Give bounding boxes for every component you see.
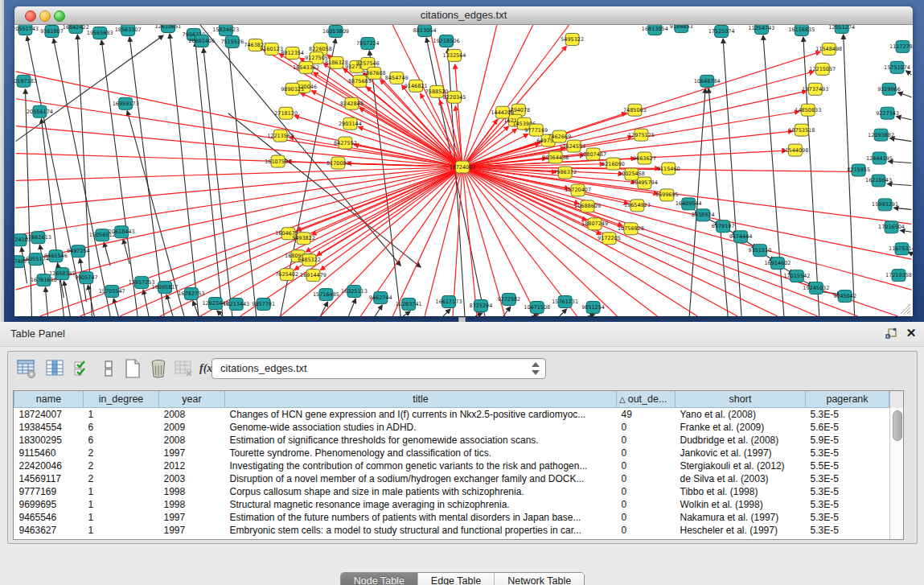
- citation-network-graph[interactable]: 1872400774638229160123891235482260589127…: [14, 25, 913, 316]
- graph-node[interactable]: 9463627: [633, 152, 656, 164]
- graph-node[interactable]: 10197183: [14, 75, 37, 87]
- network-canvas[interactable]: 1872400774638229160123891235482260589127…: [14, 25, 913, 316]
- column-header-1[interactable]: in_degree: [84, 391, 159, 408]
- column-header-0[interactable]: name: [14, 391, 84, 408]
- row-height-icon[interactable]: [98, 358, 119, 379]
- tab-network-table[interactable]: Network Table: [495, 573, 584, 585]
- column-header-2[interactable]: year: [159, 391, 225, 408]
- column-header-3[interactable]: title: [225, 391, 617, 408]
- graph-node[interactable]: 12444195: [866, 152, 893, 164]
- graph-node[interactable]: 8813054: [413, 25, 437, 36]
- graph-node[interactable]: 10471508: [524, 302, 550, 314]
- column-header-4[interactable]: △out_de...: [617, 391, 676, 408]
- close-panel-icon[interactable]: ✕: [905, 326, 918, 340]
- graph-node[interactable]: 12213563: [267, 130, 294, 142]
- graph-node[interactable]: 8725294: [470, 300, 493, 312]
- graph-node[interactable]: 9146821: [405, 80, 428, 92]
- graph-node[interactable]: 16914479: [300, 270, 326, 282]
- graph-node[interactable]: 16095817: [152, 282, 179, 294]
- graph-node[interactable]: 11675314: [889, 243, 913, 255]
- graph-node[interactable]: 16116835: [788, 25, 815, 35]
- graph-node[interactable]: 19565683: [87, 27, 113, 39]
- node-table[interactable]: namein_degreeyeartitle△out_de...shortpag…: [13, 390, 904, 540]
- table-selector-dropdown[interactable]: citations_edges.txt: [211, 358, 546, 379]
- float-window-icon[interactable]: [885, 328, 898, 340]
- table-row[interactable]: 969969511998Structural magnetic resonanc…: [14, 498, 889, 511]
- graph-node[interactable]: 19218506: [433, 35, 460, 47]
- graph-node[interactable]: 2718120: [274, 107, 298, 119]
- graph-node[interactable]: 9227343: [876, 107, 899, 119]
- graph-node[interactable]: 9699695: [655, 189, 679, 201]
- graph-node[interactable]: 12093882: [868, 129, 894, 141]
- graph-node[interactable]: 16842422: [63, 25, 89, 33]
- graph-node[interactable]: 11254743: [749, 25, 775, 34]
- graph-node[interactable]: 12215057: [809, 63, 836, 75]
- table-settings-icon[interactable]: [16, 358, 37, 379]
- graph-node[interactable]: 15716485: [313, 289, 339, 301]
- graph-node[interactable]: 9329966: [877, 83, 901, 95]
- graph-node[interactable]: 16959173: [113, 97, 139, 109]
- table-row[interactable]: 2242004622012Investigating the contribut…: [14, 459, 889, 472]
- table-row[interactable]: 1938455462009Genome-wide association stu…: [14, 421, 889, 434]
- graph-node[interactable]: 16053809: [322, 25, 349, 37]
- resize-grip-icon[interactable]: [898, 302, 911, 315]
- graph-node[interactable]: 16914602: [764, 257, 791, 270]
- graph-node[interactable]: 15751074: [884, 61, 910, 73]
- graph-node[interactable]: 16107584: [265, 155, 291, 167]
- graph-node[interactable]: 14850833: [795, 104, 821, 116]
- graph-node[interactable]: 11548498: [815, 43, 842, 55]
- graph-node[interactable]: 16617173: [436, 296, 462, 308]
- new-document-icon[interactable]: [122, 358, 143, 379]
- scrollbar-thumb[interactable]: [893, 410, 902, 441]
- graph-node[interactable]: 9361807: [40, 25, 64, 37]
- graph-node[interactable]: 8938924: [692, 209, 715, 221]
- tab-edge-table[interactable]: Edge Table: [418, 573, 495, 585]
- vertical-scrollbar[interactable]: [889, 408, 903, 539]
- tab-node-table[interactable]: Node Table: [341, 573, 418, 585]
- graph-node[interactable]: 9186853: [670, 25, 693, 32]
- graph-node[interactable]: 8427552: [334, 137, 357, 149]
- graph-node[interactable]: 5495322: [561, 33, 584, 45]
- graph-node[interactable]: 9115460: [657, 163, 680, 175]
- graph-node[interactable]: 18753518: [788, 124, 815, 136]
- graph-node[interactable]: 16813054: [642, 25, 668, 35]
- graph-node[interactable]: 9905747: [75, 272, 98, 284]
- graph-node[interactable]: 20556174: [27, 105, 53, 117]
- graph-node[interactable]: 1332564: [443, 49, 466, 61]
- network-window-titlebar[interactable]: citations_edges.txt: [14, 6, 913, 25]
- graph-node[interactable]: 17525074: [708, 25, 735, 37]
- delete-rows-icon[interactable]: [148, 358, 169, 379]
- graph-node[interactable]: 15761231: [552, 296, 578, 308]
- graph-node[interactable]: 15824623: [212, 25, 239, 35]
- table-row[interactable]: 946362711997Embryonic stem cells: a mode…: [14, 524, 889, 537]
- graph-node[interactable]: 9272582: [497, 294, 520, 306]
- table-row[interactable]: 911546021997Tourette syndrome. Phenomeno…: [14, 447, 889, 459]
- graph-node[interactable]: 16210643: [865, 175, 892, 187]
- select-columns-icon[interactable]: [72, 358, 93, 379]
- column-header-6[interactable]: pagerank: [806, 391, 889, 408]
- graph-node[interactable]: 11172783: [889, 40, 913, 52]
- table-row[interactable]: 977716911998Corpus callosum shape and si…: [14, 485, 889, 498]
- table-row[interactable]: 1872400712008Changes of HCN gene express…: [14, 408, 889, 422]
- graph-node[interactable]: 9462744: [369, 292, 392, 304]
- graph-node[interactable]: 7515526: [220, 35, 244, 47]
- graph-node[interactable]: 7625402: [275, 269, 298, 281]
- graph-node[interactable]: 11544098: [782, 144, 808, 156]
- graph-node[interactable]: 17015542: [783, 270, 810, 282]
- graph-node[interactable]: 17210358: [885, 270, 912, 282]
- graph-node[interactable]: 9851254: [581, 302, 605, 314]
- graph-node[interactable]: 8170083: [326, 157, 350, 169]
- graph-node[interactable]: 15993291: [872, 199, 898, 211]
- graph-node[interactable]: 10807487: [580, 148, 606, 160]
- column-header-5[interactable]: short: [676, 391, 806, 408]
- graph-node[interactable]: 7857224: [356, 37, 380, 49]
- graph-node[interactable]: 16325113: [341, 286, 368, 298]
- graph-node[interactable]: 12551274: [828, 25, 855, 33]
- table-row[interactable]: 1456911722003Disruption of a novel membe…: [14, 472, 889, 485]
- graph-node[interactable]: 18563307: [115, 25, 142, 35]
- table-row[interactable]: 946554611997Estimation of the future num…: [14, 511, 889, 524]
- graph-node[interactable]: 8215955: [847, 164, 870, 176]
- table-row[interactable]: 1830029562008Estimation of significance …: [14, 434, 889, 447]
- graph-node[interactable]: 12610651: [155, 25, 182, 32]
- graph-node[interactable]: 10756928: [618, 223, 644, 235]
